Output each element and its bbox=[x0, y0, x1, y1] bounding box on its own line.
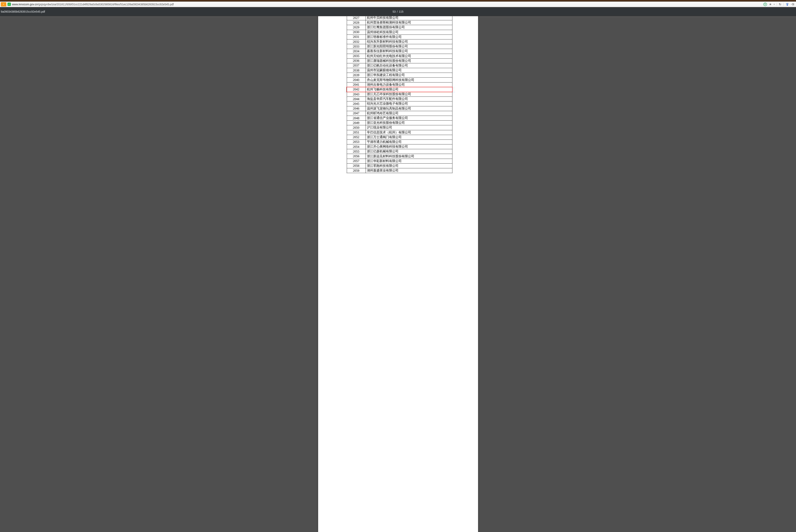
baidu-paw-icon[interactable] bbox=[785, 3, 789, 6]
page-indicator[interactable]: 53 / 115 bbox=[393, 10, 403, 13]
table-row: 2058浙江零跑科技有限公司 bbox=[347, 164, 452, 168]
user-label[interactable]: -张 bbox=[791, 3, 794, 6]
table-row: 2050沪江线业有限公司 bbox=[347, 125, 452, 130]
url-path: /gxjsqyrdw/zsa/201811/b5bf31cc221d4f829a… bbox=[38, 3, 173, 6]
row-number: 2039 bbox=[347, 73, 366, 78]
row-number: 2030 bbox=[347, 30, 366, 35]
table-row: 2041湖州吉泰电力设备有限公司 bbox=[347, 82, 452, 87]
row-number: 2035 bbox=[347, 54, 366, 58]
company-name: 浙江万士通阀门有限公司 bbox=[366, 135, 452, 139]
svg-point-1 bbox=[787, 3, 788, 4]
row-number: 2046 bbox=[347, 106, 366, 111]
row-number: 2051 bbox=[347, 130, 366, 135]
company-name: 杭州天铂红外光电技术有限公司 bbox=[366, 54, 452, 58]
row-number: 2037 bbox=[347, 63, 366, 68]
browser-tab-strip bbox=[0, 0, 796, 2]
row-number: 2054 bbox=[347, 145, 366, 149]
company-name: 杭州飞畅科技有限公司 bbox=[366, 87, 452, 92]
table-row: 2054浙江开心果网络科技有限公司 bbox=[347, 145, 452, 149]
table-row: 2053平湖市通力机械有限公司 bbox=[347, 139, 452, 144]
table-row: 2039浙江华东建设工程有限公司 bbox=[347, 73, 452, 78]
table-row: 2038温州市冠豪眼镜有限公司 bbox=[347, 68, 452, 73]
row-number: 2033 bbox=[347, 44, 366, 49]
company-name: 浙江天乙环保科技股份有限公司 bbox=[366, 92, 452, 97]
row-number: 2032 bbox=[347, 39, 366, 44]
table-row: 2044海盐县华昇汽车配件有限公司 bbox=[347, 97, 452, 101]
table-row: 2048浙江省通信产业服务有限公司 bbox=[347, 116, 452, 120]
company-name: 浙江红鹰集团股份有限公司 bbox=[366, 25, 452, 30]
company-name: 沪江线业有限公司 bbox=[366, 125, 452, 130]
company-name: 嘉善东佳新材料科技有限公司 bbox=[366, 49, 452, 54]
company-name: 温州市冠豪眼镜有限公司 bbox=[366, 68, 452, 73]
company-name: 绍兴光大芯业微电子有限公司 bbox=[366, 101, 452, 106]
row-number: 2053 bbox=[347, 139, 366, 144]
row-number: 2048 bbox=[347, 116, 366, 120]
table-row: 2029浙江红鹰集团股份有限公司 bbox=[347, 25, 452, 30]
reload-icon[interactable]: ↻ bbox=[779, 3, 781, 6]
row-number: 2031 bbox=[347, 35, 366, 39]
table-row: 2051辛巴信息技术（杭州）有限公司 bbox=[347, 130, 452, 135]
table-row: 2056浙江新远见材料科技股份有限公司 bbox=[347, 154, 452, 159]
svg-point-2 bbox=[788, 3, 789, 4]
company-name: 浙江亿帆自动化设备有限公司 bbox=[366, 63, 452, 68]
table-row: 2036浙江康瑞器械科技股份有限公司 bbox=[347, 58, 452, 63]
row-number: 2049 bbox=[347, 120, 366, 125]
svg-point-0 bbox=[786, 3, 787, 4]
company-name: 湖州吉泰电力设备有限公司 bbox=[366, 82, 452, 87]
table-row: 2046温州源飞宠物玩具制品有限公司 bbox=[347, 106, 452, 111]
row-number: 2057 bbox=[347, 159, 366, 164]
row-number: 2056 bbox=[347, 154, 366, 159]
company-name: 温州源飞宠物玩具制品有限公司 bbox=[366, 106, 452, 111]
safety-icon[interactable]: ¥ bbox=[763, 3, 767, 6]
table-row: 2047杭州昕鸿布艺有限公司 bbox=[347, 111, 452, 116]
company-name: 浙江新远见材料科技股份有限公司 bbox=[366, 154, 452, 159]
row-number: 2055 bbox=[347, 149, 366, 154]
table-row: 2035杭州天铂红外光电技术有限公司 bbox=[347, 54, 452, 58]
nav-back-button[interactable] bbox=[1, 2, 6, 6]
url-domain: www.innocom.gov.cn bbox=[12, 3, 38, 6]
company-name: 杭州昕鸿布艺有限公司 bbox=[366, 111, 452, 116]
browser-address-bar: ✓ www.innocom.gov.cn/gxjsqyrdw/zsa/20181… bbox=[0, 2, 796, 7]
row-number: 2045 bbox=[347, 101, 366, 106]
company-name: 杭州牛贝科技有限公司 bbox=[366, 16, 452, 20]
row-number: 2058 bbox=[347, 164, 366, 168]
company-name: 浙江华彩新材料有限公司 bbox=[366, 159, 452, 164]
toolbar-right: ¥ ★ ▾ ↻ -张 bbox=[763, 2, 795, 6]
company-table: 2027杭州牛贝科技有限公司2028杭州普洛赛斯检测科技有限公司2029浙江红鹰… bbox=[347, 16, 452, 173]
row-number: 2029 bbox=[347, 25, 366, 30]
svg-point-3 bbox=[786, 4, 788, 5]
company-name: 辛巴信息技术（杭州）有限公司 bbox=[366, 130, 452, 135]
table-row: 2045绍兴光大芯业微电子有限公司 bbox=[347, 101, 452, 106]
company-name: 杭州普洛赛斯检测科技有限公司 bbox=[366, 20, 452, 25]
table-row: 2059湖州嘉盛茶业有限公司 bbox=[347, 168, 452, 173]
table-row: 2037浙江亿帆自动化设备有限公司 bbox=[347, 63, 452, 68]
table-row: 2031浙江明泰标准件有限公司 bbox=[347, 35, 452, 39]
company-name: 浙江康瑞器械科技股份有限公司 bbox=[366, 58, 452, 63]
company-name: 浙江省通信产业服务有限公司 bbox=[366, 116, 452, 120]
company-name: 浙江明泰标准件有限公司 bbox=[366, 35, 452, 39]
company-name: 湖州嘉盛茶业有限公司 bbox=[366, 168, 452, 173]
pdf-toolbar: 9a09034385b6283915cc92e545.pdf 53 / 115 bbox=[0, 7, 796, 16]
company-name: 海盐县华昇汽车配件有限公司 bbox=[366, 97, 452, 101]
row-number: 2041 bbox=[347, 82, 366, 87]
table-row: 2055浙江亿森机械有限公司 bbox=[347, 149, 452, 154]
page-sep: / bbox=[397, 10, 398, 13]
address-url[interactable]: www.innocom.gov.cn/gxjsqyrdw/zsa/201811/… bbox=[12, 3, 762, 6]
row-number: 2028 bbox=[347, 20, 366, 25]
row-number: 2059 bbox=[347, 168, 366, 173]
company-name: 浙江新光阳照明股份有限公司 bbox=[366, 44, 452, 49]
row-number: 2052 bbox=[347, 135, 366, 139]
company-name: 绍兴东升新材料科技有限公司 bbox=[366, 39, 452, 44]
table-row: 2040舟山麦克斯韦物联网科技有限公司 bbox=[347, 78, 452, 82]
company-name: 浙江开心果网络科技有限公司 bbox=[366, 145, 452, 149]
row-number: 2038 bbox=[347, 68, 366, 73]
table-row: 2030温州倬屹科技有限公司 bbox=[347, 30, 452, 35]
table-row: 2032绍兴东升新材料科技有限公司 bbox=[347, 39, 452, 44]
favorite-icon[interactable]: ★ bbox=[769, 2, 772, 6]
pdf-viewport[interactable]: 2027杭州牛贝科技有限公司2028杭州普洛赛斯检测科技有限公司2029浙江红鹰… bbox=[0, 16, 796, 532]
company-name: 舟山麦克斯韦物联网科技有限公司 bbox=[366, 78, 452, 82]
secure-badge-icon: ✓ bbox=[7, 3, 11, 6]
table-row: 2033浙江新光阳照明股份有限公司 bbox=[347, 44, 452, 49]
dropdown-icon[interactable]: ▾ bbox=[774, 3, 775, 5]
page-current: 53 bbox=[393, 10, 396, 13]
